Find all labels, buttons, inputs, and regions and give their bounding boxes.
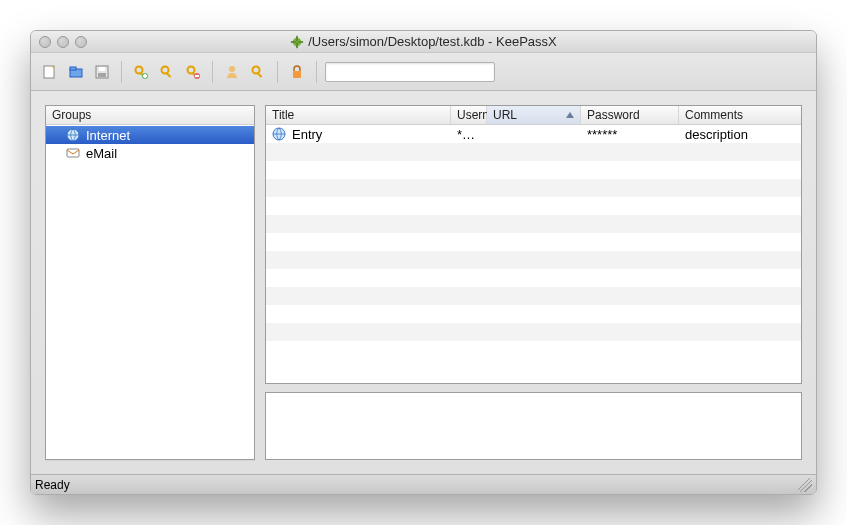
entries-columns: Title Usern URL Password Comments [266, 106, 801, 125]
column-header-username[interactable]: Usern [451, 106, 487, 124]
entry-title-cell: Entry [266, 127, 451, 142]
entries-panel: Title Usern URL Password Comments [265, 105, 802, 384]
group-item-internet[interactable]: Internet [46, 126, 254, 144]
svg-rect-22 [195, 75, 199, 77]
entry-row-empty [266, 143, 801, 161]
copy-password-button[interactable] [247, 61, 269, 83]
globe-icon [66, 128, 80, 142]
toolbar-separator [121, 61, 122, 83]
main-body: Groups Internet eMail [31, 91, 816, 474]
entry-username-cell: *… [451, 127, 487, 142]
mail-icon [66, 146, 80, 160]
svg-point-23 [229, 66, 235, 72]
entry-detail-panel [265, 392, 802, 460]
right-panel: Title Usern URL Password Comments [265, 105, 802, 460]
copy-username-button[interactable] [221, 61, 243, 83]
entry-row-empty [266, 251, 801, 269]
svg-rect-16 [143, 75, 147, 77]
new-database-button[interactable] [39, 61, 61, 83]
column-header-comments[interactable]: Comments [679, 106, 801, 124]
close-window-button[interactable] [39, 36, 51, 48]
column-header-password[interactable]: Password [581, 106, 679, 124]
column-header-title[interactable]: Title [266, 106, 451, 124]
entry-row-empty [266, 269, 801, 287]
svg-rect-4 [298, 41, 303, 43]
column-header-url[interactable]: URL [487, 106, 581, 124]
keepassx-app-icon [290, 35, 304, 49]
entry-row-empty [266, 323, 801, 341]
globe-icon [272, 127, 286, 141]
entry-row-empty [266, 215, 801, 233]
status-text: Ready [35, 478, 70, 492]
entry-row[interactable]: Entry *… ****** description [266, 125, 801, 143]
open-database-button[interactable] [65, 61, 87, 83]
svg-rect-3 [291, 41, 296, 43]
zoom-window-button[interactable] [75, 36, 87, 48]
minimize-window-button[interactable] [57, 36, 69, 48]
entry-row-empty [266, 197, 801, 215]
search-input[interactable] [325, 62, 495, 82]
app-window: /Users/simon/Desktop/test.kdb - KeePassX [30, 30, 817, 495]
groups-tree[interactable]: Internet eMail [46, 125, 254, 459]
group-item-email[interactable]: eMail [46, 144, 254, 162]
groups-panel: Groups Internet eMail [45, 105, 255, 460]
window-controls [39, 36, 87, 48]
statusbar: Ready [31, 474, 816, 494]
sort-ascending-icon [566, 112, 574, 118]
save-database-button[interactable] [91, 61, 113, 83]
entries-rows[interactable]: Entry *… ****** description [266, 125, 801, 383]
groups-header: Groups [46, 106, 254, 125]
svg-rect-2 [296, 42, 298, 47]
entry-row-empty [266, 233, 801, 251]
lock-workspace-button[interactable] [286, 61, 308, 83]
edit-entry-button[interactable] [156, 61, 178, 83]
toolbar-separator [316, 61, 317, 83]
toolbar-separator [212, 61, 213, 83]
add-entry-button[interactable] [130, 61, 152, 83]
titlebar[interactable]: /Users/simon/Desktop/test.kdb - KeePassX [31, 31, 816, 53]
svg-point-0 [293, 37, 302, 46]
delete-entry-button[interactable] [182, 61, 204, 83]
group-label: eMail [86, 146, 117, 161]
svg-rect-28 [67, 149, 79, 157]
svg-rect-1 [296, 35, 298, 40]
toolbar [31, 53, 816, 91]
entry-row-empty [266, 287, 801, 305]
window-title-text: /Users/simon/Desktop/test.kdb - KeePassX [308, 34, 557, 49]
entry-row-empty [266, 305, 801, 323]
entry-row-empty [266, 179, 801, 197]
entry-password-cell: ****** [581, 127, 679, 142]
toolbar-separator [277, 61, 278, 83]
entry-row-empty [266, 161, 801, 179]
group-label: Internet [86, 128, 130, 143]
svg-rect-8 [70, 67, 76, 70]
svg-rect-10 [98, 73, 106, 77]
window-title: /Users/simon/Desktop/test.kdb - KeePassX [31, 34, 816, 49]
svg-rect-11 [99, 67, 105, 71]
entry-comments-cell: description [679, 127, 801, 142]
svg-rect-26 [293, 71, 301, 78]
svg-point-24 [253, 66, 260, 73]
resize-grip[interactable] [798, 478, 812, 492]
